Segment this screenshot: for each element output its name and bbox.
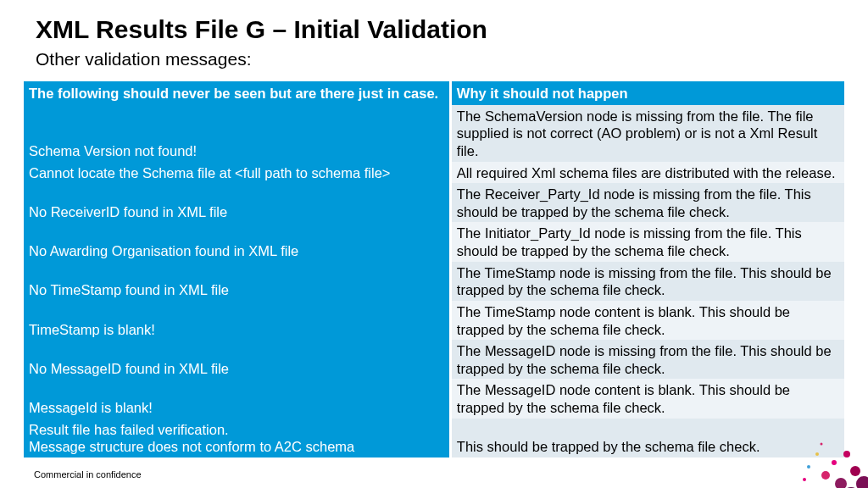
table-cell-reason: The SchemaVersion node is missing from t…	[450, 105, 844, 162]
validation-table: The following should never be seen but a…	[24, 81, 844, 458]
footer-text: Commercial in confidence	[34, 469, 142, 480]
svg-point-5	[856, 476, 868, 488]
table-header-left: The following should never be seen but a…	[24, 81, 450, 105]
page-subtitle: Other validation messages:	[36, 49, 844, 69]
table-cell-message: Cannot locate the Schema file at <full p…	[24, 162, 450, 184]
svg-point-4	[835, 478, 847, 488]
svg-point-9	[807, 465, 810, 469]
table-row: Cannot locate the Schema file at <full p…	[24, 162, 844, 184]
page-title: XML Results File G – Initial Validation	[36, 15, 844, 44]
table-cell-reason: The MessageID node content is blank. Thi…	[450, 379, 844, 418]
table-cell-message: Result file has failed verification. Mes…	[24, 419, 450, 458]
table-cell-reason: This should be trapped by the schema fil…	[450, 419, 844, 458]
table-cell-message: No TimeStamp found in XML file	[24, 262, 450, 301]
table-header-right: Why it should not happen	[450, 81, 844, 105]
table-row: Schema Version not found!The SchemaVersi…	[24, 105, 844, 162]
table-row: TimeStamp is blank!The TimeStamp node co…	[24, 301, 844, 340]
table-cell-message: TimeStamp is blank!	[24, 301, 450, 340]
table-row: No ReceiverID found in XML fileThe Recei…	[24, 183, 844, 222]
table-row: No MessageID found in XML fileThe Messag…	[24, 340, 844, 379]
table-cell-reason: The MessageID node is missing from the f…	[450, 340, 844, 379]
svg-point-11	[803, 478, 806, 481]
table-cell-message: Schema Version not found!	[24, 105, 450, 162]
table-cell-message: No Awarding Organisation found in XML fi…	[24, 222, 450, 261]
table-cell-message: No ReceiverID found in XML file	[24, 183, 450, 222]
svg-point-2	[821, 471, 830, 480]
table-row: Result file has failed verification. Mes…	[24, 419, 844, 458]
table-row: No Awarding Organisation found in XML fi…	[24, 222, 844, 261]
svg-point-0	[832, 460, 837, 465]
table-cell-reason: The Initiator_Party_Id node is missing f…	[450, 222, 844, 261]
table-cell-message: No MessageID found in XML file	[24, 340, 450, 379]
table-cell-reason: The Receiver_Party_Id node is missing fr…	[450, 183, 844, 222]
table-row: MessageId is blank!The MessageID node co…	[24, 379, 844, 418]
svg-point-3	[850, 466, 860, 476]
table-cell-message: MessageId is blank!	[24, 379, 450, 418]
table-cell-reason: All required Xml schema files are distri…	[450, 162, 844, 184]
table-row: No TimeStamp found in XML fileThe TimeSt…	[24, 262, 844, 301]
table-cell-reason: The TimeStamp node content is blank. Thi…	[450, 301, 844, 340]
table-cell-reason: The TimeStamp node is missing from the f…	[450, 262, 844, 301]
